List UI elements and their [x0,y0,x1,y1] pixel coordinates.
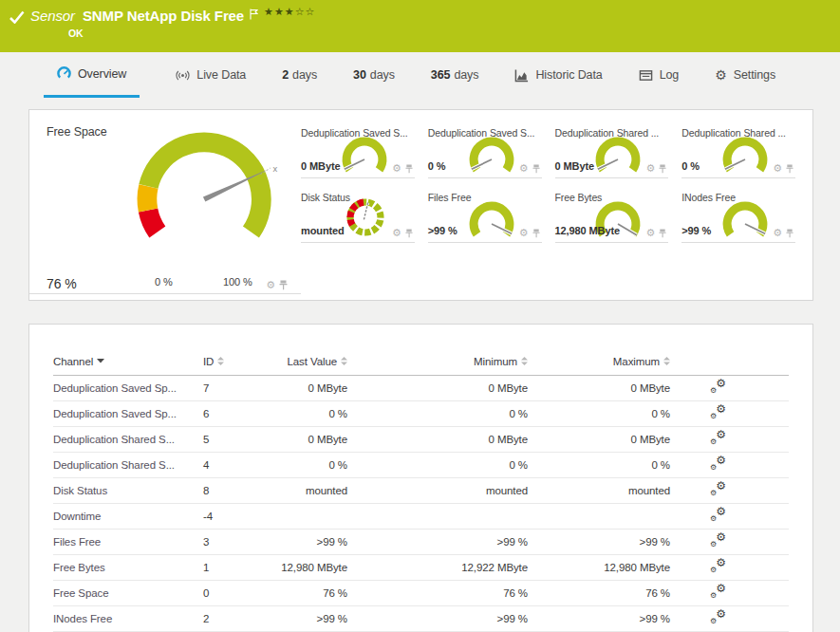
minimum-value: >99 % [347,613,528,624]
gauge-value: >99 % [428,225,457,236]
channel-name[interactable]: Deduplication Shared S... [53,459,203,471]
channel-settings-gear-icon[interactable]: ⚙ [266,280,275,290]
column-header-last-value[interactable]: Last Value [257,356,347,367]
tab-label: Log [660,68,680,82]
column-header-channel[interactable]: Channel [53,356,203,367]
gauge-value: mounted [301,225,345,236]
maximum-value: >99 % [528,536,670,548]
free-space-gauge: x [128,123,285,275]
channel-settings-gear-icon[interactable]: ⚙ [773,228,782,238]
tab-30-days[interactable]: 30days [353,52,395,98]
channel-settings-gears-icon[interactable]: ⚙⚙ [710,457,726,472]
pin-icon[interactable] [279,280,288,290]
channel-id: 1 [203,562,257,573]
channel-settings-gear-icon[interactable]: ⚙ [519,228,529,238]
gauge-tile-free-bytes: Free Bytes 12,980 MByte ⚙ [555,188,669,243]
channel-settings-gears-icon[interactable]: ⚙⚙ [710,381,726,395]
flag-icon[interactable] [250,7,258,24]
table-row: Free Bytes 1 12,980 MByte 12,922 MByte 1… [53,555,789,581]
channel-settings-gears-icon[interactable]: ⚙⚙ [710,586,726,600]
priority-stars[interactable]: ★★★☆☆ [264,6,315,18]
channel-name[interactable]: INodes Free [53,613,203,624]
chart-icon [514,68,529,83]
minimum-value: 12,922 MByte [347,562,528,573]
channel-name[interactable]: Downtime [53,511,203,522]
channel-id: 4 [203,459,257,471]
pin-icon[interactable] [405,229,413,238]
pin-icon[interactable] [659,229,666,238]
last-value: 0 % [257,408,347,419]
column-header-minimum[interactable]: Minimum [347,356,528,367]
tab-2-days[interactable]: 2days [282,52,317,98]
channel-settings-gear-icon[interactable]: ⚙ [519,163,529,174]
channel-settings-gear-icon[interactable]: ⚙ [773,163,782,174]
column-header-maximum[interactable]: Maximum [528,356,670,367]
channel-settings-gears-icon[interactable]: ⚙⚙ [710,560,726,574]
maximum-value: mounted [528,485,670,496]
minimum-value: 76 % [347,587,528,599]
pin-icon[interactable] [405,164,413,174]
channel-id: -4 [203,511,257,522]
table-row: Disk Status 8 mounted mounted mounted ⚙⚙ [53,478,789,504]
tab-overview[interactable]: Overview [44,52,140,98]
column-header-id[interactable]: ID [203,356,257,367]
gauge-tile-inodes-free: INodes Free >99 % ⚙ [681,188,795,243]
tab-label: days [292,68,317,82]
channel-id: 5 [203,434,257,445]
minimum-value: >99 % [347,536,528,548]
tab-log[interactable]: Log [639,52,680,98]
channel-id: 8 [203,485,257,496]
pin-icon[interactable] [786,164,793,174]
channel-name[interactable]: Files Free [53,536,203,548]
sort-icon [521,357,528,365]
channel-name[interactable]: Deduplication Saved Sp... [53,408,203,419]
table-row: Free Space 0 76 % 76 % 76 % ⚙⚙ [53,581,789,606]
gauge-tile-dedup-saved-bytes: Deduplication Saved S... 0 MByte ⚙ [301,123,415,178]
gauge-tile-disk-status: Disk Status mounted ⚙ [301,188,415,243]
channel-name[interactable]: Disk Status [53,485,203,496]
maximum-value: >99 % [528,613,670,624]
pin-icon[interactable] [786,229,793,238]
sort-icon [663,357,670,365]
sensor-status-banner: Sensor SNMP NetApp Disk Free ★★★☆☆ OK [0,0,840,52]
channel-name[interactable]: Deduplication Shared S... [53,434,203,445]
channel-settings-gears-icon[interactable]: ⚙⚙ [710,611,726,625]
channel-settings-gears-icon[interactable]: ⚙⚙ [710,432,726,446]
channel-id: 3 [203,536,257,548]
channel-settings-gears-icon[interactable]: ⚙⚙ [710,406,726,420]
channel-settings-gear-icon[interactable]: ⚙ [645,163,655,174]
channel-name[interactable]: Deduplication Saved Sp... [53,382,203,394]
tab-label: Live Data [196,68,246,82]
gauge-value: >99 % [681,225,711,236]
pin-icon[interactable] [532,229,540,238]
tab-live-data[interactable]: Live Data [176,52,246,98]
tab-365-days[interactable]: 365days [431,52,479,98]
channel-settings-gears-icon[interactable]: ⚙⚙ [710,509,726,523]
channel-id: 2 [203,613,257,624]
last-value: >99 % [257,613,347,624]
channel-name[interactable]: Free Space [53,587,203,599]
tab-bar: Overview Live Data 2days 30days 365days … [0,52,840,98]
pin-icon[interactable] [659,164,666,174]
pin-icon[interactable] [532,164,540,174]
channel-name[interactable]: Free Bytes [53,562,203,573]
maximum-value: 0 % [528,408,670,419]
channel-id: 7 [203,382,257,394]
tab-label: Historic Data [535,68,602,82]
gauge-icon [57,66,71,81]
channel-id: 6 [203,408,257,419]
channel-settings-gears-icon[interactable]: ⚙⚙ [710,483,726,497]
last-value: 0 % [257,459,347,471]
channel-settings-gear-icon[interactable]: ⚙ [645,228,655,238]
disk-status-gauge [343,195,388,240]
gear-icon: ⚙ [715,68,726,82]
last-value: >99 % [257,536,347,548]
gauges-panel: Free Space x 76 % 0 % 100 % ⚙ Deduplicat… [28,109,813,301]
channel-settings-gears-icon[interactable]: ⚙⚙ [710,534,726,548]
overview-content: Free Space x 76 % 0 % 100 % ⚙ Deduplicat… [0,98,840,632]
channel-settings-gear-icon[interactable]: ⚙ [392,228,401,238]
tab-historic-data[interactable]: Historic Data [514,52,602,98]
tab-settings[interactable]: ⚙ Settings [715,52,775,98]
live-data-icon [176,68,190,83]
channel-settings-gear-icon[interactable]: ⚙ [392,163,401,174]
